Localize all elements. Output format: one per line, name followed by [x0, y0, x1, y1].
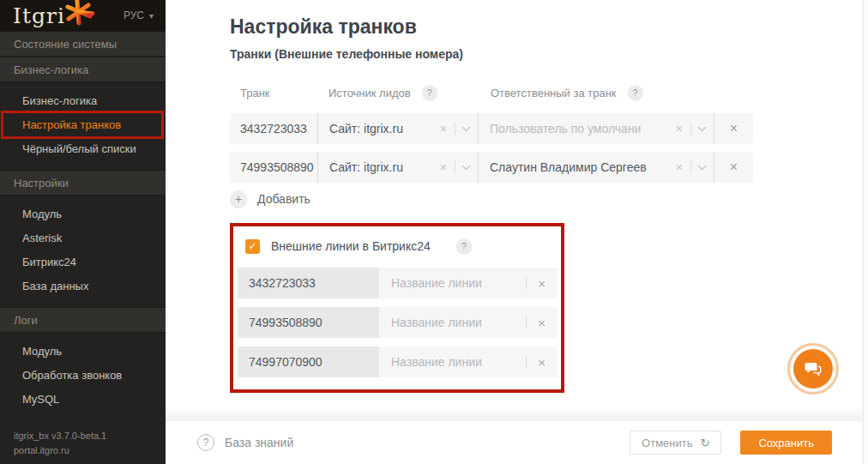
sidebar: Itgri: [0, 0, 166, 464]
responsible-select[interactable]: Пользователь по умолчани ×: [478, 113, 714, 144]
line-name-placeholder: Название линии: [391, 276, 520, 290]
help-icon[interactable]: ?: [422, 85, 437, 100]
help-icon[interactable]: ?: [456, 238, 472, 254]
portal-label: portal.itgro.ru: [14, 443, 152, 458]
clear-icon[interactable]: ×: [438, 122, 449, 136]
scroll-shadow: [166, 407, 868, 420]
sidebar-item-database[interactable]: База данных: [0, 274, 166, 298]
save-button[interactable]: Сохранить: [740, 431, 832, 455]
clear-icon[interactable]: ×: [674, 160, 684, 174]
external-lines-label: Внешние линии в Битрикс24: [271, 239, 431, 253]
delete-row-button[interactable]: ×: [714, 113, 753, 144]
column-header-lead-source: Источник лидов: [329, 87, 411, 99]
line-name-input[interactable]: Название линии ×: [379, 346, 558, 377]
close-icon[interactable]: ×: [533, 276, 551, 291]
column-header-trunk: Транк: [230, 87, 329, 99]
help-icon[interactable]: ?: [628, 85, 643, 100]
external-lines-annotated-section: ✓ Внешние линии в Битрикс24 ? 3432723033…: [230, 223, 564, 393]
cancel-label: Отменить: [642, 437, 692, 449]
divider: [690, 161, 691, 173]
line-name-input[interactable]: Название линии ×: [379, 307, 558, 338]
add-label: Добавить: [257, 192, 310, 206]
close-icon: ×: [730, 160, 738, 175]
sidebar-item-asterisk[interactable]: Asterisk: [0, 226, 166, 250]
divider: [526, 316, 527, 328]
line-name-placeholder: Название линии: [391, 355, 520, 369]
page-subtitle: Транки (Внешние телефонные номера): [230, 47, 868, 61]
logo-star-icon: [63, 0, 94, 31]
close-icon: ×: [730, 121, 738, 136]
lead-source-select[interactable]: Сайт: itgrix.ru ×: [317, 113, 478, 144]
line-number-field: 3432723033: [238, 268, 379, 298]
sidebar-item-logs-module[interactable]: Модуль: [0, 340, 166, 364]
sidebar-item-black-white-lists[interactable]: Чёрный/белый списки: [0, 137, 166, 161]
divider: [690, 123, 691, 135]
column-header-responsible: Ответственный за транк: [491, 87, 617, 99]
itgrix-logo[interactable]: Itgri: [13, 0, 94, 31]
support-chat-button[interactable]: [787, 343, 839, 395]
divider: [455, 161, 455, 173]
line-number-field: 74993508890: [238, 307, 379, 338]
responsible-value: Пользователь по умолчани: [490, 122, 674, 136]
close-icon[interactable]: ×: [533, 316, 551, 330]
divider: [526, 356, 527, 368]
chevron-down-icon[interactable]: [697, 165, 707, 171]
trunk-row: 3432723033 Сайт: itgrix.ru × Пользовател…: [230, 113, 753, 144]
chevron-down-icon[interactable]: [461, 126, 471, 132]
cancel-button[interactable]: Отменить ↻: [630, 431, 721, 455]
sidebar-logo-block: Itgri: [0, 0, 166, 31]
sidebar-item-mysql[interactable]: MySQL: [0, 388, 166, 412]
clear-icon[interactable]: ×: [674, 122, 684, 136]
external-line-row: 3432723033 Название линии ×: [238, 268, 558, 298]
sidebar-item-business-logic[interactable]: Бизнес-логика: [0, 89, 166, 113]
scrollbar[interactable]: [863, 0, 868, 464]
sidebar-section-settings[interactable]: Настройки: [0, 170, 166, 196]
chevron-down-icon[interactable]: [697, 126, 707, 132]
lead-source-select[interactable]: Сайт: itgrix.ru ×: [317, 152, 478, 183]
chat-bubbles-icon: [804, 360, 823, 377]
sidebar-item-module[interactable]: Модуль: [0, 202, 166, 226]
delete-row-button[interactable]: ×: [714, 152, 753, 183]
sidebar-item-call-processing[interactable]: Обработка звонков: [0, 364, 166, 388]
chevron-down-icon[interactable]: [461, 165, 471, 171]
trunk-table-header: Транк Источник лидов ? Ответственный за …: [230, 85, 753, 100]
add-trunk-button[interactable]: + Добавить: [230, 190, 868, 208]
clear-icon[interactable]: ×: [438, 160, 449, 174]
bottom-action-bar: ? База знаний Отменить ↻ Сохранить: [166, 420, 868, 464]
sidebar-item-label: Настройка транков: [22, 118, 121, 131]
divider: [526, 277, 527, 289]
external-line-row: 74997070900 Название линии ×: [238, 346, 558, 377]
sidebar-item-bitrix24[interactable]: Битрикс24: [0, 250, 166, 274]
divider: [455, 123, 455, 135]
knowledge-base-label: База знаний: [225, 436, 293, 449]
line-number-field: 74997070900: [238, 346, 379, 377]
responsible-value: Слаутин Владимир Сергеев: [490, 160, 674, 174]
sidebar-item-trunk-settings[interactable]: Настройка транков: [0, 113, 166, 137]
close-icon[interactable]: ×: [533, 355, 551, 370]
language-selector[interactable]: РУС ▾: [124, 9, 154, 21]
language-label: РУС: [124, 9, 144, 21]
sidebar-item-system-status[interactable]: Состояние системы: [0, 31, 166, 57]
external-lines-checkbox[interactable]: ✓: [245, 239, 260, 254]
external-line-row: 74993508890 Название линии ×: [238, 307, 558, 338]
line-name-placeholder: Название линии: [391, 316, 520, 329]
line-name-input[interactable]: Название линии ×: [379, 268, 558, 298]
lead-source-value: Сайт: itgrix.ru: [329, 122, 438, 136]
check-icon: ✓: [248, 240, 256, 252]
sidebar-section-business-logic[interactable]: Бизнес-логика: [0, 57, 166, 82]
caret-down-icon: ▾: [149, 11, 154, 21]
save-label: Сохранить: [758, 437, 814, 449]
main-content: Настройка транков Транки (Внешние телефо…: [166, 0, 868, 464]
version-label: itgrix_bx v3.7.0-beta.1: [14, 429, 152, 443]
trunk-number: 3432723033: [230, 122, 317, 136]
trunk-number: 74993508890: [230, 160, 317, 174]
responsible-select[interactable]: Слаутин Владимир Сергеев ×: [478, 152, 714, 183]
sidebar-section-logs[interactable]: Логи: [0, 307, 166, 333]
question-icon: ?: [197, 434, 214, 451]
trunk-row: 74993508890 Сайт: itgrix.ru × Слаутин Вл…: [230, 152, 753, 183]
lead-source-value: Сайт: itgrix.ru: [329, 160, 438, 174]
plus-icon: +: [230, 190, 247, 208]
page-title: Настройка транков: [230, 15, 868, 39]
knowledge-base-link[interactable]: ? База знаний: [197, 434, 293, 451]
logo-text: Itgri: [13, 3, 65, 28]
